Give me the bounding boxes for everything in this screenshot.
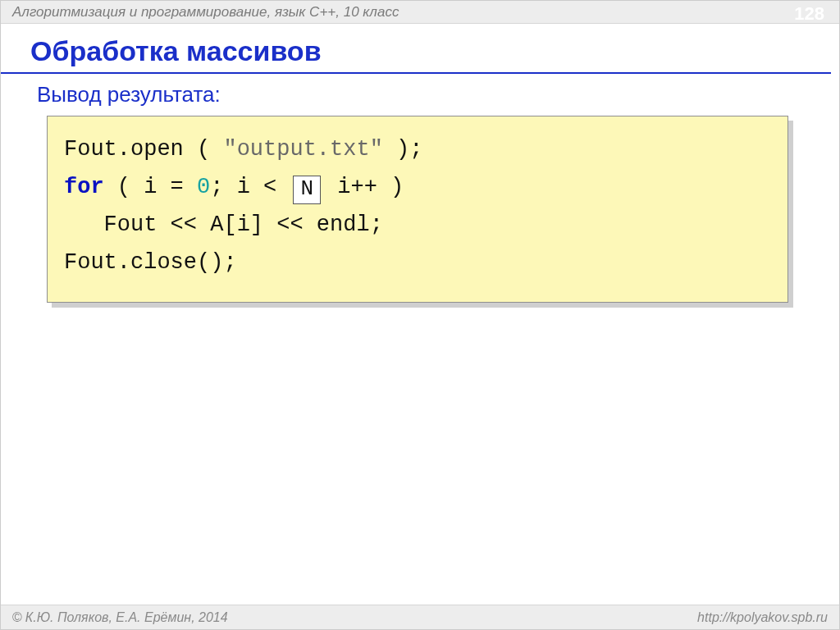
code-line-2: for ( i = 0; i < N i++ ): [64, 169, 771, 207]
code-text: ; i <: [210, 175, 290, 199]
header-bar: Алгоритмизация и программирование, язык …: [1, 1, 839, 24]
section-subtitle: Вывод результата:: [1, 74, 839, 116]
code-area: Fout.open ( "output.txt" ); for ( i = 0;…: [47, 116, 788, 303]
number-zero: 0: [197, 175, 210, 199]
page-number: 128: [794, 2, 824, 25]
code-text: );: [383, 137, 423, 162]
footer-bar: ©К.Ю. Поляков, Е.А. Ерёмин, 2014 http://…: [1, 605, 839, 629]
code-line-1: Fout.open ( "output.txt" );: [64, 131, 771, 169]
subtitle-text: Вывод результата: [37, 82, 215, 107]
string-literal: "output.txt": [223, 137, 382, 162]
code-line-4: Fout.close();: [64, 244, 771, 282]
footer-left-text: К.Ю. Поляков, Е.А. Ерёмин, 2014: [25, 610, 228, 624]
keyword-for: for: [64, 175, 104, 199]
code-text: ( i =: [104, 175, 197, 199]
copyright-icon: ©: [12, 610, 22, 624]
code-box: Fout.open ( "output.txt" ); for ( i = 0;…: [47, 116, 788, 303]
footer-copyright: ©К.Ю. Поляков, Е.А. Ерёмин, 2014: [12, 605, 228, 629]
code-text: Fout.open (: [64, 137, 223, 162]
code-line-3: Fout << A[i] << endl;: [64, 207, 771, 244]
slide: Алгоритмизация и программирование, язык …: [0, 0, 840, 630]
page-title: Обработка массивов: [1, 24, 831, 74]
subtitle-colon: :: [215, 82, 221, 107]
code-text: i++ ): [324, 175, 404, 199]
n-placeholder-badge: N: [293, 176, 321, 204]
course-label: Алгоритмизация и программирование, язык …: [12, 4, 399, 20]
footer-url: http://kpolyakov.spb.ru: [697, 605, 828, 629]
